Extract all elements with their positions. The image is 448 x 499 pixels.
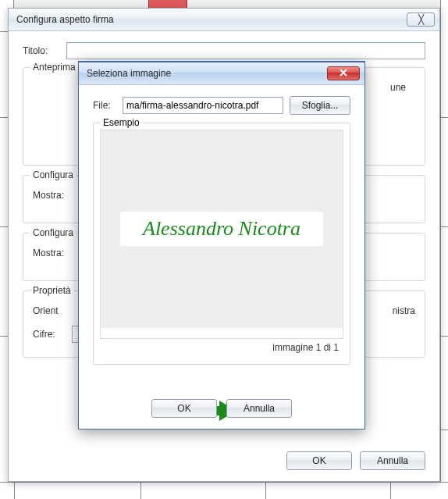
browse-button[interactable]: Sfoglia... [290, 96, 350, 115]
titlebar[interactable]: Configura aspetto firma ╳ [9, 8, 439, 31]
orient-label: Orient [33, 305, 72, 316]
page-indicator: immagine 1 di 1 [100, 339, 343, 353]
file-input[interactable] [123, 97, 283, 114]
example-legend: Esempio [100, 117, 143, 128]
file-label: File: [93, 100, 116, 111]
close-icon: ╳ [418, 14, 424, 25]
modal-title: Seleziona immagine [87, 68, 324, 79]
cancel-button[interactable]: Annulla [360, 451, 425, 470]
cifre-label: Cifre: [33, 329, 72, 340]
ruler-bottom [0, 482, 448, 499]
truncated-text: une [390, 82, 406, 93]
title-input[interactable] [66, 42, 425, 59]
show-label-2: Mostra: [33, 248, 64, 258]
close-button[interactable]: ╳ [407, 12, 435, 27]
signature-text: Alessandro Nicotra [143, 217, 300, 241]
signature-preview: Alessandro Nicotra [120, 212, 323, 246]
example-canvas: Alessandro Nicotra [100, 130, 343, 339]
title-label: Titolo: [23, 45, 66, 56]
modal-titlebar[interactable]: Seleziona immagine [79, 62, 364, 85]
close-icon [340, 68, 347, 79]
configure-legend-2: Configura [30, 227, 76, 238]
example-group: Esempio Alessandro Nicotra immagine 1 di… [93, 123, 350, 365]
show-label-1: Mostra: [33, 190, 64, 201]
modal-close-button[interactable] [327, 66, 360, 80]
modal-ok-button[interactable]: OK [151, 399, 217, 418]
ok-button[interactable]: OK [286, 451, 352, 470]
dialog-select-image: Seleziona immagine File: Sfoglia... Esem… [78, 61, 365, 429]
nistra-label: nistra [393, 305, 415, 316]
properties-legend: Proprietà [30, 285, 74, 296]
configure-legend-1: Configura [30, 169, 76, 180]
modal-cancel-button[interactable]: Annulla [226, 399, 292, 418]
preview-legend: Anteprima [30, 62, 79, 73]
window-title: Configura aspetto firma [16, 14, 404, 25]
ruler-right [440, 0, 448, 499]
